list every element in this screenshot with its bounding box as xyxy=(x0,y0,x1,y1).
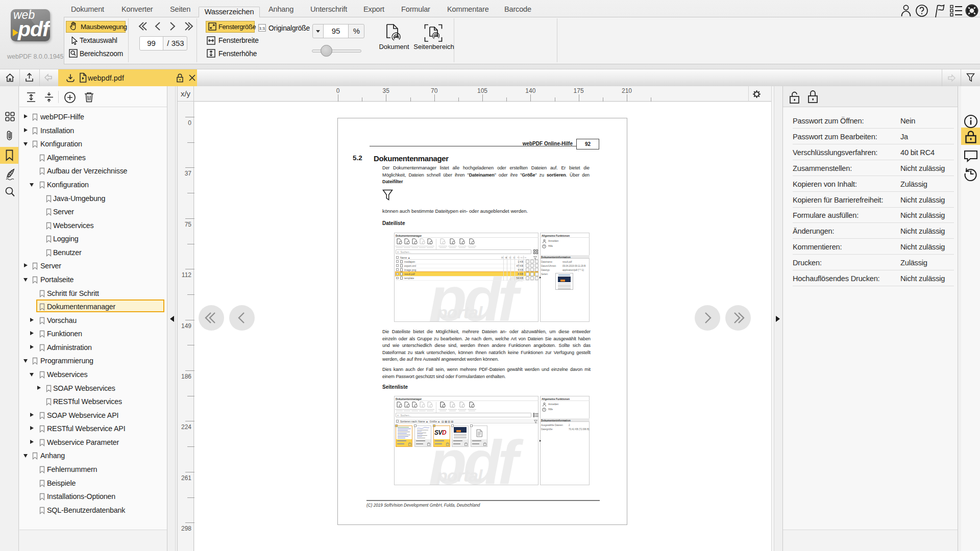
svg-text:1:1: 1:1 xyxy=(259,26,265,31)
svg-text:?: ? xyxy=(544,408,545,411)
svg-text:?: ? xyxy=(544,245,545,248)
